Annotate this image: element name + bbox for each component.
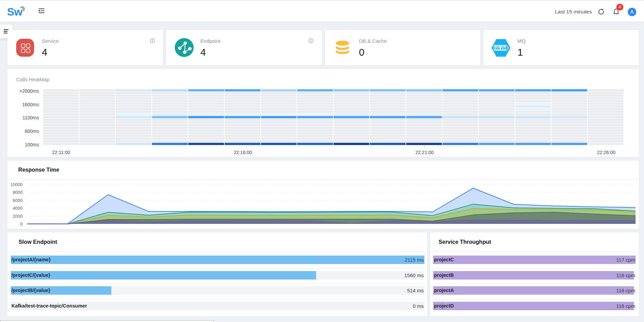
svg-text:Sw: Sw: [7, 6, 23, 18]
